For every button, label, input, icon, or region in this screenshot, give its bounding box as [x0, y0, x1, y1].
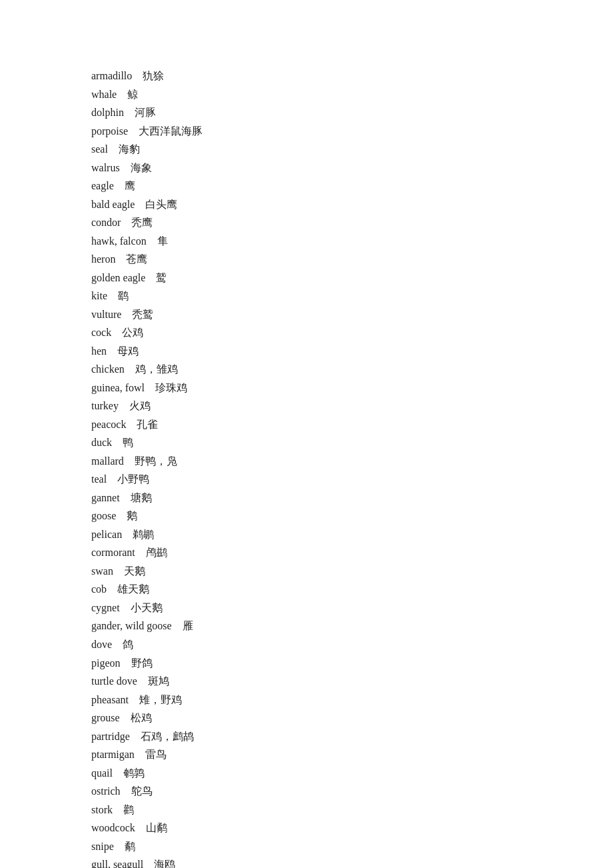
list-item: grouse 松鸡	[91, 709, 522, 727]
list-item: ostrich 鸵鸟	[91, 782, 522, 801]
list-item: peacock 孔雀	[91, 415, 522, 434]
list-item: cock 公鸡	[91, 323, 522, 342]
list-item: mallard 野鸭，凫	[91, 452, 522, 471]
list-item: gannet 塘鹅	[91, 489, 522, 507]
list-item: teal 小野鸭	[91, 470, 522, 489]
list-item: swan 天鹅	[91, 562, 522, 581]
word-list: armadillo 犰狳whale 鲸dolphin 河豚porpoise 大西…	[91, 67, 522, 868]
list-item: pheasant 雉，野鸡	[91, 691, 522, 709]
list-item: kite 鹞	[91, 287, 522, 305]
list-item: porpoise 大西洋鼠海豚	[91, 122, 522, 141]
list-item: cob 雄天鹅	[91, 580, 522, 599]
list-item: gull, seagull 海鸥	[91, 855, 522, 868]
list-item: ptarmigan 雷鸟	[91, 745, 522, 764]
list-item: condor 秃鹰	[91, 213, 522, 232]
list-item: heron 苍鹰	[91, 250, 522, 269]
list-item: chicken 鸡，雏鸡	[91, 360, 522, 379]
list-item: stork 鹳	[91, 801, 522, 819]
list-item: armadillo 犰狳	[91, 67, 522, 85]
list-item: cygnet 小天鹅	[91, 599, 522, 617]
list-item: eagle 鹰	[91, 177, 522, 195]
list-item: seal 海豹	[91, 140, 522, 159]
list-item: pigeon 野鸽	[91, 654, 522, 673]
list-item: whale 鲸	[91, 85, 522, 104]
list-item: duck 鸭	[91, 433, 522, 452]
list-item: hawk, falcon 隼	[91, 232, 522, 251]
list-item: dolphin 河豚	[91, 103, 522, 122]
list-item: pelican 鹈鹕	[91, 525, 522, 544]
list-item: gander, wild goose 雁	[91, 617, 522, 635]
list-item: walrus 海象	[91, 159, 522, 177]
list-item: woodcock 山鹬	[91, 819, 522, 837]
main-content: armadillo 犰狳whale 鲸dolphin 河豚porpoise 大西…	[0, 0, 613, 868]
list-item: partridge 石鸡，鹧鸪	[91, 727, 522, 746]
list-item: cormorant 鸬鹚	[91, 543, 522, 562]
list-item: vulture 秃鹫	[91, 305, 522, 324]
list-item: snipe 鹬	[91, 837, 522, 856]
list-item: turtle dove 斑鸠	[91, 672, 522, 691]
list-item: quail 鹌鹑	[91, 764, 522, 783]
list-item: turkey 火鸡	[91, 397, 522, 415]
list-item: guinea, fowl 珍珠鸡	[91, 379, 522, 397]
list-item: dove 鸽	[91, 635, 522, 654]
list-item: goose 鹅	[91, 507, 522, 525]
list-item: bald eagle 白头鹰	[91, 195, 522, 214]
list-item: golden eagle 鹫	[91, 269, 522, 287]
list-item: hen 母鸡	[91, 342, 522, 361]
